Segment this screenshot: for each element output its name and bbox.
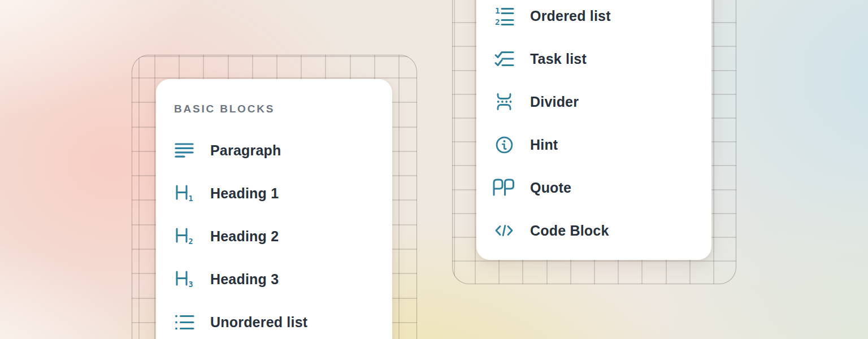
menu-item-label: Hint	[530, 137, 558, 153]
heading-2-icon: 2	[173, 225, 196, 247]
heading-1-icon: 1	[173, 182, 196, 205]
menu-item-label: Quote	[530, 180, 571, 196]
menu-item-label: Task list	[530, 51, 587, 67]
section-header: BASIC BLOCKS	[174, 98, 392, 120]
menu-item-task-list[interactable]: Task list	[493, 37, 711, 80]
more-blocks-menu-list: 1 2Ordered list Task list Divider Hint Q…	[493, 0, 711, 252]
menu-item-quote[interactable]: Quote	[493, 166, 711, 209]
menu-item-heading-1[interactable]: 1Heading 1	[173, 172, 392, 215]
menu-item-heading-2[interactable]: 2Heading 2	[173, 215, 392, 258]
menu-item-label: Heading 3	[210, 271, 279, 288]
quote-icon	[493, 176, 515, 199]
menu-item-unordered-list[interactable]: Unordered list	[173, 301, 392, 339]
menu-item-label: Unordered list	[210, 314, 307, 331]
more-blocks-menu-card: 1 2Ordered list Task list Divider Hint Q…	[476, 0, 711, 260]
menu-item-paragraph[interactable]: Paragraph	[173, 129, 392, 172]
menu-item-heading-3[interactable]: 3Heading 3	[173, 258, 392, 301]
svg-text:2: 2	[495, 18, 500, 27]
svg-text:2: 2	[189, 237, 193, 246]
code-block-icon	[493, 219, 515, 242]
illustration-canvas: BASIC BLOCKS Paragraph 1Heading 1 2Headi…	[0, 0, 868, 339]
menu-item-label: Code Block	[530, 223, 609, 239]
menu-item-label: Heading 1	[210, 185, 279, 202]
heading-3-icon: 3	[173, 268, 196, 290]
menu-item-divider[interactable]: Divider	[493, 80, 711, 123]
task-list-icon	[493, 47, 515, 70]
menu-item-label: Paragraph	[210, 142, 281, 159]
svg-text:1: 1	[495, 6, 500, 15]
hint-icon	[493, 133, 515, 156]
svg-text:3: 3	[189, 280, 193, 289]
paragraph-icon	[173, 139, 196, 162]
basic-blocks-menu-card: BASIC BLOCKS Paragraph 1Heading 1 2Headi…	[156, 79, 392, 339]
basic-blocks-menu-list: Paragraph 1Heading 1 2Heading 2 3Heading…	[173, 129, 392, 339]
menu-item-ordered-list[interactable]: 1 2Ordered list	[493, 0, 711, 37]
menu-item-label: Ordered list	[530, 8, 611, 24]
divider-icon	[493, 90, 515, 113]
unordered-list-icon	[173, 311, 196, 333]
menu-item-label: Heading 2	[210, 228, 279, 245]
menu-item-label: Divider	[530, 94, 579, 110]
menu-item-code-block[interactable]: Code Block	[493, 209, 711, 252]
svg-text:1: 1	[189, 194, 193, 203]
ordered-list-icon: 1 2	[493, 5, 515, 27]
menu-item-hint[interactable]: Hint	[493, 123, 711, 166]
